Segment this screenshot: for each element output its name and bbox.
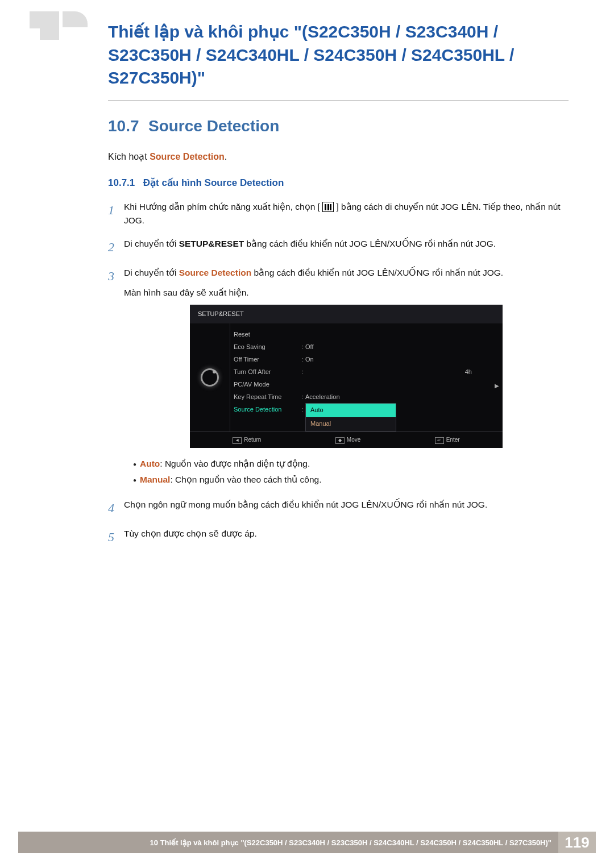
lead-prefix: Kích hoạt — [108, 152, 150, 161]
step-4-body: Chọn ngôn ngữ mong muốn bằng cách điều k… — [124, 498, 569, 518]
chevron-right-icon: ▶ — [495, 381, 499, 391]
bullet-dot: ● — [130, 475, 140, 488]
step-3-accent: Source Detection — [179, 268, 251, 277]
subsection-title: Đặt cấu hình Source Detection — [143, 177, 284, 188]
bullet-manual-key: Manual — [140, 475, 170, 484]
osd-return-label: Return — [244, 437, 261, 443]
osd-figure: SETUP&RESET Reset Eco Saving:Off Off Tim… — [124, 305, 569, 448]
section-lead: Kích hoạt Source Detection. — [108, 151, 569, 162]
step-2-text-c: bằng cách điều khiển nút JOG LÊN/XUỐNG r… — [244, 239, 496, 248]
section-heading: 10.7 Source Detection — [108, 117, 569, 135]
osd-row-keyrepeat: Key Repeat Time — [234, 392, 302, 402]
move-icon: ◆ — [335, 437, 345, 444]
divider — [108, 100, 569, 101]
chapter-number-silhouette — [0, 11, 85, 63]
page-footer: 10 Thiết lập và khôi phục "(S22C350H / S… — [18, 832, 596, 853]
osd-option-auto: Auto — [306, 404, 396, 417]
bullet-list: ●Auto: Nguồn vào được nhận diện tự động.… — [130, 456, 569, 488]
osd-row-turnoff: Turn Off After — [234, 367, 302, 377]
osd-title: SETUP&RESET — [190, 305, 503, 324]
osd-move-label: Move — [347, 437, 360, 443]
osd-option-manual: Manual — [306, 417, 396, 431]
step-3: 3 Di chuyển tới Source Detection bằng cá… — [108, 266, 569, 489]
osd-row-sourcedet: Source Detection — [234, 405, 302, 415]
osd-row-reset: Reset — [234, 330, 302, 340]
section-number: 10.7 — [108, 117, 139, 135]
osd-row-pcav: PC/AV Mode — [234, 380, 302, 390]
subsection-heading: 10.7.1 Đặt cấu hình Source Detection — [108, 177, 569, 189]
osd-enter-label: Enter — [446, 437, 460, 443]
section-title: Source Detection — [148, 117, 279, 135]
osd-row-offtimer: Off Timer — [234, 355, 302, 365]
return-icon: ◄ — [233, 437, 242, 444]
step-5-number: 5 — [108, 527, 124, 547]
step-5: 5 Tùy chọn được chọn sẽ được áp. — [108, 527, 569, 547]
step-1-body: Khi Hướng dẫn phím chức năng xuất hiện, … — [124, 200, 569, 229]
bullet-auto-key: Auto — [140, 459, 160, 468]
chapter-title: Thiết lập và khôi phục "(S22C350H / S23C… — [108, 20, 569, 90]
lead-accent: Source Detection — [150, 152, 225, 161]
osd-dropdown: Auto Manual — [305, 403, 396, 431]
step-3-text-d: Màn hình sau đây sẽ xuất hiện. — [124, 286, 569, 300]
enter-icon: ↵ — [435, 437, 444, 444]
subsection-number: 10.7.1 — [108, 177, 135, 188]
osd-menu: Reset Eco Saving:Off Off Timer:On Turn O… — [230, 323, 503, 431]
menu-icon — [322, 202, 334, 212]
step-3-number: 3 — [108, 266, 124, 489]
osd-footer: ◄Return ◆Move ↵Enter — [190, 431, 503, 448]
page-number: 119 — [558, 832, 596, 853]
step-1-number: 1 — [108, 200, 124, 229]
step-4: 4 Chọn ngôn ngữ mong muốn bằng cách điều… — [108, 498, 569, 518]
step-3-text-c: bằng cách điều khiển nút JOG LÊN/XUỐNG r… — [251, 268, 503, 277]
step-1-text-a: Khi Hướng dẫn phím chức năng xuất hiện, … — [124, 202, 320, 211]
lead-suffix: . — [225, 152, 227, 161]
step-5-body: Tùy chọn được chọn sẽ được áp. — [124, 527, 569, 547]
step-2: 2 Di chuyển tới SETUP&RESET bằng cách đi… — [108, 237, 569, 257]
step-4-number: 4 — [108, 498, 124, 518]
bullet-auto-text: : Nguồn vào được nhận diện tự động. — [160, 459, 310, 468]
step-2-text-a: Di chuyển tới — [124, 239, 179, 248]
dial-icon — [201, 368, 219, 387]
osd-dial-area — [190, 323, 230, 431]
steps-list: 1 Khi Hướng dẫn phím chức năng xuất hiện… — [108, 200, 569, 547]
bullet-dot: ● — [130, 459, 140, 472]
osd-panel: SETUP&RESET Reset Eco Saving:Off Off Tim… — [190, 305, 503, 448]
footer-text: 10 Thiết lập và khôi phục "(S22C350H / S… — [18, 832, 558, 853]
bullet-manual-text: : Chọn nguồn vào theo cách thủ công. — [170, 475, 321, 484]
step-3-text-a: Di chuyển tới — [124, 268, 179, 277]
step-2-bold: SETUP&RESET — [179, 239, 244, 248]
step-2-number: 2 — [108, 237, 124, 257]
step-3-body: Di chuyển tới Source Detection bằng cách… — [124, 266, 569, 489]
step-2-body: Di chuyển tới SETUP&RESET bằng cách điều… — [124, 237, 569, 257]
step-1: 1 Khi Hướng dẫn phím chức năng xuất hiện… — [108, 200, 569, 229]
osd-row-eco: Eco Saving — [234, 342, 302, 352]
